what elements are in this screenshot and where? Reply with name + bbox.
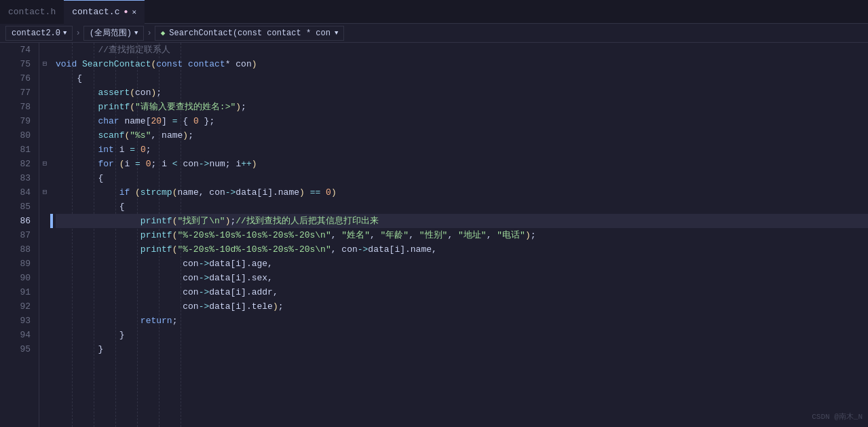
fold-95: [39, 342, 50, 356]
fold-86: [39, 214, 50, 228]
tab-label: contact.h: [8, 7, 56, 17]
fold-77: [39, 86, 50, 100]
code-line-93: return;: [56, 314, 868, 328]
code-line-91: con->data[i].addr,: [56, 285, 868, 299]
code-line-77: assert(con);: [56, 86, 868, 100]
line-num-95: 95: [0, 342, 31, 356]
line-num-86: 86: [0, 214, 31, 228]
line-num-77: 77: [0, 86, 31, 100]
line-num-82: 82: [0, 157, 31, 171]
code-line-81: int i = 0;: [56, 143, 868, 157]
fold-91: [39, 285, 50, 299]
code-line-75: void SearchContact(const contact* con): [56, 57, 868, 71]
line-num-89: 89: [0, 257, 31, 271]
code-line-78: printf("请输入要查找的姓名:>");: [56, 100, 868, 114]
line-num-84: 84: [0, 185, 31, 200]
line-num-88: 88: [0, 242, 31, 257]
code-line-94: }: [56, 328, 868, 342]
line-num-79: 79: [0, 114, 31, 128]
project-label: contact2.0: [12, 29, 60, 38]
breadcrumb-scope[interactable]: (全局范围) ▼: [83, 26, 145, 41]
code-lines[interactable]: //查找指定联系人 void SearchContact(const conta…: [50, 43, 868, 427]
fold-94: [39, 328, 50, 342]
chevron-down-icon-2: ▼: [134, 30, 138, 37]
code-line-86: printf("找到了\n");//找到查找的人后把其信息打印出来: [56, 214, 868, 228]
tab-label: contact.c: [72, 7, 119, 17]
line-86-marker: [50, 214, 53, 228]
code-line-84: if (strcmp(name, con->data[i].name) == 0…: [56, 185, 868, 200]
fold-88: [39, 242, 50, 257]
code-line-88: printf("%-20s%-10d%-10s%-20s%-20s\n", co…: [56, 242, 868, 257]
watermark: CSDN @南木_N: [812, 411, 863, 422]
tab-contact-h[interactable]: contact.h: [0, 0, 64, 24]
fold-92: [39, 299, 50, 314]
fold-81: [39, 143, 50, 157]
func-icon: ◆: [161, 29, 166, 37]
line-num-85: 85: [0, 200, 31, 214]
code-line-74: //查找指定联系人: [56, 43, 868, 57]
close-icon[interactable]: ✕: [132, 7, 136, 16]
fold-93: [39, 314, 50, 328]
tab-bar: contact.h contact.c ● ✕: [0, 0, 868, 24]
fold-82[interactable]: ⊟: [39, 157, 50, 171]
line-num-75: 75: [0, 57, 31, 71]
breadcrumb-project[interactable]: contact2.0 ▼: [5, 26, 73, 41]
line-num-92: 92: [0, 299, 31, 314]
line-num-78: 78: [0, 100, 31, 114]
tab-modified-icon: ●: [124, 8, 128, 16]
func-label: SearchContact(const contact * con: [169, 29, 331, 38]
tab-contact-c[interactable]: contact.c ● ✕: [64, 0, 145, 24]
line-num-94: 94: [0, 328, 31, 342]
line-num-90: 90: [0, 271, 31, 285]
scope-label: (全局范围): [90, 27, 132, 39]
code-line-79: char name[20] = { 0 };: [56, 114, 868, 128]
fold-79: [39, 114, 50, 128]
code-line-85: {: [56, 200, 868, 214]
fold-80: [39, 128, 50, 143]
fold-89: [39, 257, 50, 271]
fold-column: ⊟ ⊟ ⊟: [39, 43, 50, 427]
code-area: 74 75 76 77 78 79 80 81 82 83 84 85 86 8…: [0, 43, 868, 427]
line-num-76: 76: [0, 71, 31, 86]
code-line-83: {: [56, 171, 868, 185]
fold-83: [39, 171, 50, 185]
fold-85: [39, 200, 50, 214]
fold-76: [39, 71, 50, 86]
line-num-81: 81: [0, 143, 31, 157]
code-line-90: con->data[i].sex,: [56, 271, 868, 285]
line-num-91: 91: [0, 285, 31, 299]
code-line-92: con->data[i].tele);: [56, 299, 868, 314]
line-num-80: 80: [0, 128, 31, 143]
code-line-80: scanf("%s", name);: [56, 128, 868, 143]
breadcrumb-sep-1: ›: [73, 29, 83, 38]
breadcrumb-func[interactable]: ◆ SearchContact(const contact * con ▼: [155, 26, 345, 41]
fold-87: [39, 228, 50, 242]
code-line-87: printf("%-20s%-10s%-10s%-20s%-20s\n", "姓…: [56, 228, 868, 242]
code-line-76: {: [56, 71, 868, 86]
code-line-89: con->data[i].age,: [56, 257, 868, 271]
fold-78: [39, 100, 50, 114]
fold-84[interactable]: ⊟: [39, 185, 50, 200]
fold-75[interactable]: ⊟: [39, 57, 50, 71]
breadcrumb-sep-2: ›: [144, 29, 154, 38]
chevron-down-icon: ▼: [63, 30, 67, 37]
code-line-82: for (i = 0; i < con->num; i++): [56, 157, 868, 171]
line-numbers: 74 75 76 77 78 79 80 81 82 83 84 85 86 8…: [0, 43, 39, 427]
code-line-95: }: [56, 342, 868, 356]
fold-90: [39, 271, 50, 285]
fold-74: [39, 43, 50, 57]
line-num-83: 83: [0, 171, 31, 185]
line-num-87: 87: [0, 228, 31, 242]
chevron-down-icon-3: ▼: [335, 30, 338, 37]
line-num-74: 74: [0, 43, 31, 57]
breadcrumb-bar: contact2.0 ▼ › (全局范围) ▼ › ◆ SearchContac…: [0, 24, 868, 43]
line-num-93: 93: [0, 314, 31, 328]
